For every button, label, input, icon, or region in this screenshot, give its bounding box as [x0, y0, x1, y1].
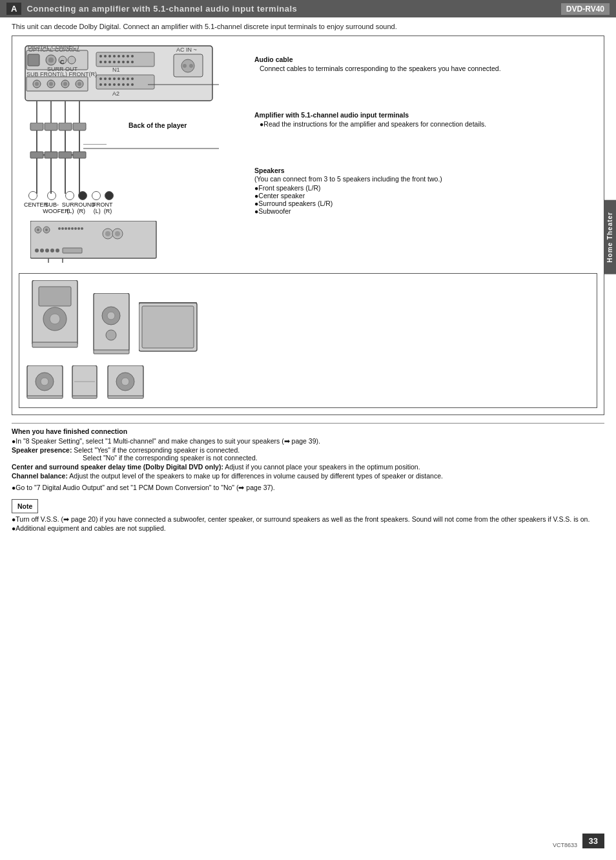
svg-text:OPTICAL COAXIAL: OPTICAL COAXIAL	[28, 46, 80, 53]
svg-point-16	[127, 61, 129, 63]
page-code: VCT8633	[553, 842, 577, 848]
audio-cable-title: Audio cable	[254, 56, 597, 63]
svg-rect-69	[59, 123, 72, 130]
svg-point-41	[189, 64, 193, 68]
speakers-list: ●Front speakers (L/R) ●Center speaker ●S…	[254, 184, 597, 215]
svg-text:A2: A2	[112, 90, 119, 97]
svg-rect-109	[63, 248, 82, 253]
subwoofer-label: SUB-WOOFER	[43, 191, 61, 214]
channel-balance: Channel balance: Adjust the output level…	[12, 472, 604, 480]
svg-rect-87	[30, 221, 156, 258]
svg-point-3	[104, 55, 107, 57]
cable-annotations: Audio cable Connect cables to terminals …	[241, 43, 597, 215]
svg-point-103	[115, 231, 120, 236]
note3: ●Turn off V.S.S. (➡ page 20) if you have…	[12, 515, 604, 523]
header-title: Connecting an amplifier with 5.1-channel…	[26, 4, 560, 14]
svg-point-7	[122, 55, 125, 57]
speaker-presence: Speaker presence: Select "Yes" if the co…	[12, 446, 604, 454]
header-bar: A Connecting an amplifier with 5.1-chann…	[0, 0, 616, 17]
center-surround: Center and surround speaker delay time (…	[12, 463, 604, 471]
amplifier-title: Amplifier with 5.1-channel audio input t…	[254, 111, 597, 119]
note1: ●In "8 Speaker Setting", select "1 Multi…	[12, 437, 604, 445]
svg-point-13	[113, 61, 116, 63]
svg-point-20	[99, 77, 102, 80]
svg-point-106	[45, 249, 49, 252]
svg-point-95	[68, 227, 70, 230]
svg-point-40	[183, 64, 187, 68]
svg-point-9	[131, 55, 134, 57]
svg-point-2	[99, 55, 102, 57]
svg-point-11	[104, 61, 107, 63]
svg-point-25	[122, 77, 125, 80]
subwoofer-svg	[139, 296, 203, 358]
svg-rect-113	[39, 287, 71, 306]
svg-rect-67	[30, 123, 43, 130]
svg-point-59	[63, 82, 67, 86]
svg-text:AC IN ~: AC IN ~	[176, 46, 197, 53]
svg-point-93	[61, 227, 64, 230]
svg-rect-116	[32, 342, 77, 347]
svg-rect-68	[45, 123, 57, 130]
home-theater-tab: Home Theater	[604, 200, 616, 274]
speakers-note: (You can connect from 3 to 5 speakers in…	[254, 175, 597, 183]
svg-point-31	[113, 83, 116, 86]
svg-point-4	[108, 55, 111, 57]
svg-point-6	[118, 55, 120, 57]
amplifier-note: ●Read the instructions for the amplifier…	[260, 120, 597, 128]
svg-rect-84	[73, 152, 86, 158]
svg-point-22	[108, 77, 111, 80]
svg-point-104	[35, 249, 39, 252]
svg-point-119	[107, 312, 115, 320]
svg-point-14	[118, 61, 120, 63]
left-speaker-svg	[26, 365, 65, 401]
svg-point-15	[122, 61, 125, 63]
svg-point-23	[113, 77, 116, 80]
note2: ●Go to "7 Digital Audio Output" and set …	[12, 484, 604, 491]
bookshelf-speaker-svg	[90, 293, 132, 358]
svg-rect-131	[72, 396, 97, 398]
svg-point-61	[77, 82, 81, 86]
svg-point-108	[56, 249, 59, 252]
svg-point-28	[99, 83, 102, 86]
header-letter: A	[6, 3, 21, 15]
svg-point-55	[35, 82, 39, 86]
svg-point-97	[74, 227, 77, 230]
bottom-notes: When you have finished connection ●In "8…	[12, 423, 604, 532]
svg-text:————: ————	[83, 141, 107, 147]
svg-rect-135	[108, 396, 143, 398]
svg-point-98	[77, 227, 80, 230]
svg-rect-123	[142, 306, 194, 348]
svg-point-47	[48, 57, 54, 63]
when-finished-heading: When you have finished connection	[12, 427, 604, 435]
svg-point-134	[121, 378, 129, 385]
svg-point-115	[50, 314, 60, 324]
svg-point-27	[131, 77, 134, 80]
center-speaker-svg	[26, 280, 84, 358]
svg-point-57	[49, 82, 53, 86]
svg-point-8	[127, 55, 129, 57]
svg-point-105	[40, 249, 44, 252]
svg-point-101	[105, 231, 110, 236]
svg-rect-128	[27, 396, 63, 398]
note-box-label: Note	[12, 499, 38, 513]
svg-point-17	[131, 61, 134, 63]
svg-rect-1	[96, 52, 154, 67]
svg-text:C: C	[60, 59, 65, 65]
svg-rect-19	[96, 75, 154, 89]
center-small-speaker-svg	[71, 365, 100, 401]
svg-point-21	[104, 77, 107, 80]
svg-point-24	[118, 77, 120, 80]
amplifier-svg	[30, 221, 159, 263]
svg-rect-81	[30, 152, 43, 158]
svg-rect-70	[73, 123, 86, 130]
svg-point-35	[131, 83, 134, 86]
svg-point-91	[45, 229, 48, 231]
diagram-area: N1 A2 AC IN ~	[12, 36, 604, 415]
svg-point-50	[68, 56, 76, 64]
svg-point-99	[81, 227, 83, 230]
svg-point-33	[122, 83, 125, 86]
svg-point-96	[71, 227, 74, 230]
header-model: DVD-RV40	[561, 3, 610, 15]
player-back-svg: N1 A2 AC IN ~	[19, 43, 225, 127]
svg-rect-44	[28, 54, 39, 66]
